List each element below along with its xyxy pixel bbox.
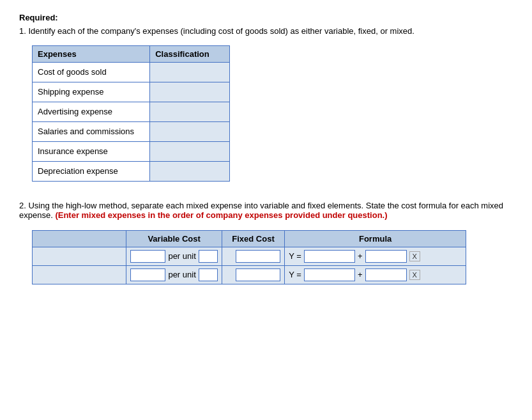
table-row: Depreciation expense	[33, 161, 230, 181]
var-cost-cell-2[interactable]: per unit	[126, 265, 222, 284]
y-equals-label-1: Y =	[289, 251, 301, 261]
plus-sign-1: +	[358, 251, 363, 261]
expense-name-1: Cost of goods sold	[33, 62, 150, 82]
classification-input-2[interactable]	[150, 82, 230, 102]
table-row: Insurance expense	[33, 141, 230, 161]
question2-number: 2.	[19, 201, 26, 210]
classification-field-2[interactable]	[155, 85, 224, 99]
classification-field-6[interactable]	[155, 164, 224, 178]
var-cost-input-2b[interactable]	[199, 268, 218, 281]
delete-row-1-button[interactable]: X	[409, 251, 420, 261]
formula-table: Variable Cost Fixed Cost Formula per uni…	[32, 230, 466, 284]
formula-cell-1: Y = + X	[285, 247, 466, 265]
formula-row-1: per unit Y = + X	[33, 247, 466, 265]
var-cost-input-1[interactable]	[130, 250, 165, 263]
formula-col-header: Formula	[285, 230, 466, 247]
formula-row-label-1[interactable]	[33, 247, 126, 265]
formula-cell-2: Y = + X	[285, 265, 466, 284]
table-row: Shipping expense	[33, 82, 230, 102]
classification-field-1[interactable]	[155, 65, 224, 79]
y-equals-label-2: Y =	[289, 270, 301, 279]
expenses-classification-table: Expenses Classification Cost of goods so…	[32, 45, 230, 182]
formula-inner-1: Y = + X	[289, 250, 462, 263]
classification-field-3[interactable]	[155, 105, 224, 119]
var-cost-inner-1: per unit	[130, 250, 217, 263]
formula-inner-2: Y = + X	[289, 268, 462, 281]
formula-var-input-2[interactable]	[304, 268, 355, 281]
fixed-cost-col-header: Fixed Cost	[222, 230, 285, 247]
classification-input-4[interactable]	[150, 121, 230, 141]
required-section: Required: 1. Identify each of the compan…	[19, 13, 513, 38]
question1-instruction: Identify each of the company's expenses …	[28, 26, 414, 36]
expenses-col-header: Expenses	[33, 45, 150, 62]
empty-col-header	[33, 230, 126, 247]
expense-name-4: Salaries and commissions	[33, 121, 150, 141]
formula-table-wrapper: Variable Cost Fixed Cost Formula per uni…	[32, 230, 513, 284]
classification-col-header: Classification	[150, 45, 230, 62]
question1-number: 1.	[19, 26, 26, 36]
formula-fixed-input-1[interactable]	[365, 250, 407, 263]
plus-sign-2: +	[358, 270, 363, 279]
expense-name-6: Depreciation expense	[33, 161, 150, 181]
var-cost-input-2[interactable]	[130, 268, 165, 281]
expense-name-2: Shipping expense	[33, 82, 150, 102]
classification-input-6[interactable]	[150, 161, 230, 181]
variable-cost-col-header: Variable Cost	[126, 230, 222, 247]
var-cost-cell-1[interactable]: per unit	[126, 247, 222, 265]
table-row: Advertising expense	[33, 102, 230, 121]
formula-row-name-input-1[interactable]	[36, 249, 122, 263]
expense-name-5: Insurance expense	[33, 141, 150, 161]
required-label: Required:	[19, 13, 513, 22]
formula-row-name-input-2[interactable]	[36, 268, 122, 282]
classification-field-5[interactable]	[155, 144, 224, 159]
var-cost-input-1b[interactable]	[199, 250, 218, 263]
classification-field-4[interactable]	[155, 125, 224, 139]
question2-section: 2. Using the high-low method, separate e…	[19, 201, 513, 220]
formula-var-input-1[interactable]	[304, 250, 355, 263]
fixed-cost-cell-2[interactable]	[222, 265, 285, 284]
fixed-cost-input-2[interactable]	[236, 268, 280, 281]
table-row: Salaries and commissions	[33, 121, 230, 141]
expense-name-3: Advertising expense	[33, 102, 150, 121]
fixed-cost-cell-1[interactable]	[222, 247, 285, 265]
question2-text-red: (Enter mixed expenses in the order of co…	[55, 210, 387, 220]
formula-fixed-input-2[interactable]	[365, 268, 407, 281]
formula-row-label-2[interactable]	[33, 265, 126, 284]
per-unit-label-1: per unit	[168, 251, 195, 261]
classification-input-5[interactable]	[150, 141, 230, 161]
classification-input-3[interactable]	[150, 102, 230, 121]
var-cost-inner-2: per unit	[130, 268, 217, 281]
question1-text: 1. Identify each of the company's expens…	[19, 25, 513, 38]
formula-row-2: per unit Y = + X	[33, 265, 466, 284]
delete-row-2-button[interactable]: X	[409, 270, 420, 280]
per-unit-label-2: per unit	[168, 270, 195, 279]
fixed-cost-input-1[interactable]	[236, 250, 280, 263]
classification-input-1[interactable]	[150, 62, 230, 82]
table-row: Cost of goods sold	[33, 62, 230, 82]
